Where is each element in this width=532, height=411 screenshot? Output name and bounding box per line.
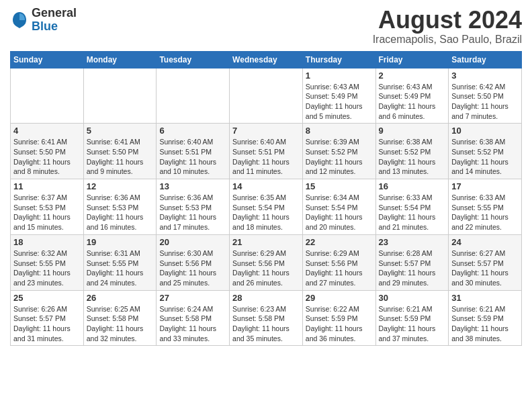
calendar-cell: [157, 68, 230, 124]
day-info: Sunrise: 6:31 AM Sunset: 5:55 PM Dayligh…: [87, 248, 154, 288]
day-number: 14: [232, 181, 300, 191]
day-number: 11: [13, 181, 81, 191]
weekday-header-row: SundayMondayTuesdayWednesdayThursdayFrid…: [11, 51, 522, 68]
day-number: 19: [87, 237, 154, 247]
day-number: 27: [159, 293, 226, 303]
day-number: 21: [232, 237, 300, 247]
calendar-week-2: 4Sunrise: 6:41 AM Sunset: 5:50 PM Daylig…: [11, 124, 522, 179]
day-info: Sunrise: 6:41 AM Sunset: 5:50 PM Dayligh…: [87, 137, 154, 177]
day-number: 28: [232, 293, 300, 303]
day-info: Sunrise: 6:33 AM Sunset: 5:54 PM Dayligh…: [379, 193, 446, 232]
calendar-cell: 13Sunrise: 6:36 AM Sunset: 5:53 PM Dayli…: [157, 179, 230, 235]
day-number: 16: [379, 181, 446, 191]
calendar-cell: 1Sunrise: 6:43 AM Sunset: 5:49 PM Daylig…: [302, 68, 375, 124]
day-info: Sunrise: 6:38 AM Sunset: 5:52 PM Dayligh…: [451, 137, 519, 177]
calendar-cell: 22Sunrise: 6:29 AM Sunset: 5:56 PM Dayli…: [302, 234, 375, 290]
day-number: 29: [306, 293, 373, 303]
weekday-header-monday: Monday: [83, 51, 157, 68]
day-number: 10: [451, 126, 519, 136]
month-title: August 2024: [373, 7, 522, 34]
weekday-header-saturday: Saturday: [449, 51, 522, 68]
day-info: Sunrise: 6:28 AM Sunset: 5:57 PM Dayligh…: [379, 248, 446, 288]
day-info: Sunrise: 6:32 AM Sunset: 5:55 PM Dayligh…: [13, 248, 81, 288]
day-number: 20: [159, 237, 226, 247]
day-number: 15: [306, 181, 373, 191]
day-number: 13: [159, 181, 226, 191]
calendar-week-4: 18Sunrise: 6:32 AM Sunset: 5:55 PM Dayli…: [11, 234, 522, 290]
day-number: 22: [306, 237, 373, 247]
calendar-cell: 28Sunrise: 6:23 AM Sunset: 5:58 PM Dayli…: [230, 290, 303, 346]
location: Iracemapolis, Sao Paulo, Brazil: [373, 34, 522, 46]
day-info: Sunrise: 6:35 AM Sunset: 5:54 PM Dayligh…: [232, 193, 300, 232]
day-info: Sunrise: 6:27 AM Sunset: 5:57 PM Dayligh…: [451, 248, 519, 288]
day-info: Sunrise: 6:29 AM Sunset: 5:56 PM Dayligh…: [306, 248, 373, 288]
day-info: Sunrise: 6:36 AM Sunset: 5:53 PM Dayligh…: [87, 193, 154, 232]
day-info: Sunrise: 6:40 AM Sunset: 5:51 PM Dayligh…: [159, 137, 226, 177]
calendar-week-1: 1Sunrise: 6:43 AM Sunset: 5:49 PM Daylig…: [11, 68, 522, 124]
day-number: 31: [451, 293, 519, 303]
day-number: 2: [379, 71, 446, 81]
day-number: 5: [87, 126, 154, 136]
calendar-cell: 24Sunrise: 6:27 AM Sunset: 5:57 PM Dayli…: [449, 234, 522, 290]
day-number: 7: [232, 126, 300, 136]
day-number: 9: [379, 126, 446, 136]
calendar-cell: 2Sunrise: 6:43 AM Sunset: 5:49 PM Daylig…: [375, 68, 449, 124]
logo-icon: [10, 11, 29, 30]
day-info: Sunrise: 6:36 AM Sunset: 5:53 PM Dayligh…: [159, 193, 226, 232]
day-info: Sunrise: 6:26 AM Sunset: 5:57 PM Dayligh…: [13, 304, 81, 344]
day-info: Sunrise: 6:41 AM Sunset: 5:50 PM Dayligh…: [13, 137, 81, 177]
calendar-body: 1Sunrise: 6:43 AM Sunset: 5:49 PM Daylig…: [11, 68, 522, 346]
calendar-cell: 12Sunrise: 6:36 AM Sunset: 5:53 PM Dayli…: [83, 179, 157, 235]
calendar-cell: 16Sunrise: 6:33 AM Sunset: 5:54 PM Dayli…: [375, 179, 449, 235]
calendar-cell: [11, 68, 84, 124]
day-info: Sunrise: 6:38 AM Sunset: 5:52 PM Dayligh…: [379, 137, 446, 177]
calendar-cell: 20Sunrise: 6:30 AM Sunset: 5:56 PM Dayli…: [157, 234, 230, 290]
day-number: 30: [379, 293, 446, 303]
calendar-cell: 18Sunrise: 6:32 AM Sunset: 5:55 PM Dayli…: [11, 234, 84, 290]
logo-text: General Blue: [32, 7, 77, 34]
day-number: 8: [306, 126, 373, 136]
calendar-cell: 5Sunrise: 6:41 AM Sunset: 5:50 PM Daylig…: [83, 124, 157, 179]
calendar-cell: [230, 68, 303, 124]
day-number: 23: [379, 237, 446, 247]
day-info: Sunrise: 6:33 AM Sunset: 5:55 PM Dayligh…: [451, 193, 519, 232]
calendar-week-3: 11Sunrise: 6:37 AM Sunset: 5:53 PM Dayli…: [11, 179, 522, 235]
weekday-header-friday: Friday: [375, 51, 449, 68]
day-number: 24: [451, 237, 519, 247]
calendar-cell: 9Sunrise: 6:38 AM Sunset: 5:52 PM Daylig…: [375, 124, 449, 179]
day-info: Sunrise: 6:40 AM Sunset: 5:51 PM Dayligh…: [232, 137, 300, 177]
page-header: General Blue August 2024 Iracemapolis, S…: [10, 7, 522, 46]
day-info: Sunrise: 6:25 AM Sunset: 5:58 PM Dayligh…: [87, 304, 154, 344]
day-number: 4: [13, 126, 81, 136]
day-info: Sunrise: 6:39 AM Sunset: 5:52 PM Dayligh…: [306, 137, 373, 177]
calendar-cell: 6Sunrise: 6:40 AM Sunset: 5:51 PM Daylig…: [157, 124, 230, 179]
calendar-cell: 4Sunrise: 6:41 AM Sunset: 5:50 PM Daylig…: [11, 124, 84, 179]
day-info: Sunrise: 6:43 AM Sunset: 5:49 PM Dayligh…: [306, 82, 373, 122]
calendar-cell: 3Sunrise: 6:42 AM Sunset: 5:50 PM Daylig…: [449, 68, 522, 124]
day-info: Sunrise: 6:34 AM Sunset: 5:54 PM Dayligh…: [306, 193, 373, 232]
calendar-cell: 25Sunrise: 6:26 AM Sunset: 5:57 PM Dayli…: [11, 290, 84, 346]
day-number: 25: [13, 293, 81, 303]
calendar-cell: 27Sunrise: 6:24 AM Sunset: 5:58 PM Dayli…: [157, 290, 230, 346]
calendar-table: SundayMondayTuesdayWednesdayThursdayFrid…: [10, 51, 522, 347]
day-info: Sunrise: 6:23 AM Sunset: 5:58 PM Dayligh…: [232, 304, 300, 344]
day-number: 26: [87, 293, 154, 303]
day-info: Sunrise: 6:43 AM Sunset: 5:49 PM Dayligh…: [379, 82, 446, 122]
day-number: 17: [451, 181, 519, 191]
day-info: Sunrise: 6:21 AM Sunset: 5:59 PM Dayligh…: [451, 304, 519, 344]
calendar-cell: 23Sunrise: 6:28 AM Sunset: 5:57 PM Dayli…: [375, 234, 449, 290]
weekday-header-thursday: Thursday: [302, 51, 375, 68]
day-info: Sunrise: 6:22 AM Sunset: 5:59 PM Dayligh…: [306, 304, 373, 344]
day-number: 12: [87, 181, 154, 191]
calendar-cell: [83, 68, 157, 124]
calendar-cell: 29Sunrise: 6:22 AM Sunset: 5:59 PM Dayli…: [302, 290, 375, 346]
weekday-header-sunday: Sunday: [11, 51, 84, 68]
calendar-cell: 14Sunrise: 6:35 AM Sunset: 5:54 PM Dayli…: [230, 179, 303, 235]
title-block: August 2024 Iracemapolis, Sao Paulo, Bra…: [373, 7, 522, 46]
calendar-week-5: 25Sunrise: 6:26 AM Sunset: 5:57 PM Dayli…: [11, 290, 522, 346]
day-info: Sunrise: 6:24 AM Sunset: 5:58 PM Dayligh…: [159, 304, 226, 344]
calendar-cell: 10Sunrise: 6:38 AM Sunset: 5:52 PM Dayli…: [449, 124, 522, 179]
calendar-cell: 26Sunrise: 6:25 AM Sunset: 5:58 PM Dayli…: [83, 290, 157, 346]
day-number: 18: [13, 237, 81, 247]
day-info: Sunrise: 6:30 AM Sunset: 5:56 PM Dayligh…: [159, 248, 226, 288]
